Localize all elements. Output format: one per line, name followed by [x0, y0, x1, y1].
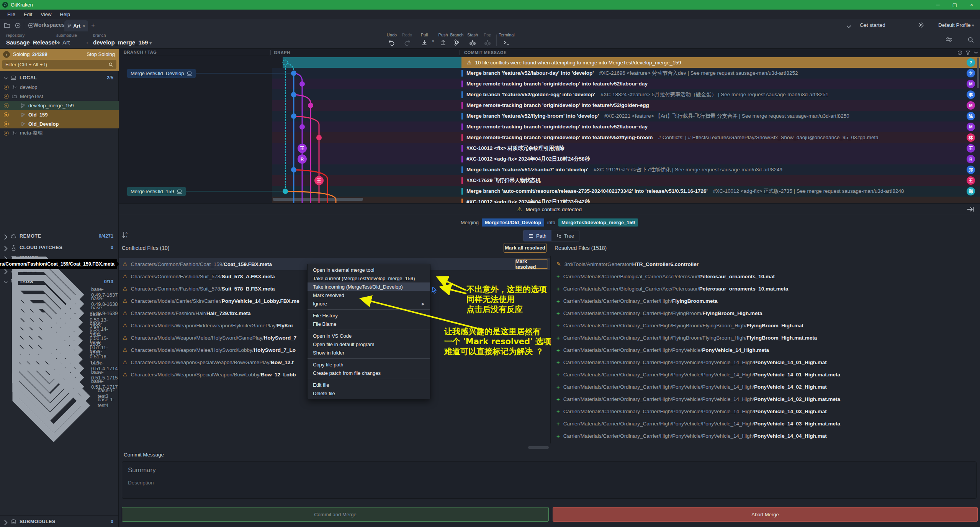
- resolved-file-row[interactable]: +Carrier/Materials/Carrier/Ordinary_Carr…: [553, 405, 978, 417]
- menu-item-open-in-vs-code[interactable]: Open in VS Code: [308, 332, 430, 340]
- commit-author-avatar[interactable]: M: [967, 123, 975, 131]
- abort-merge-button[interactable]: Abort Merge: [553, 507, 978, 522]
- sidebar-branch-develop[interactable]: develop: [0, 82, 119, 92]
- submodule-name[interactable]: Art: [62, 39, 70, 46]
- filter-funnel-icon[interactable]: [965, 50, 970, 55]
- new-tab-button[interactable]: +: [91, 21, 95, 29]
- resolved-file-row[interactable]: +Carrier/Materials/Carrier/Ordinary_Carr…: [553, 393, 978, 405]
- tab-close-icon[interactable]: ×: [82, 23, 85, 29]
- search-icon[interactable]: [967, 36, 974, 43]
- menu-item-show-in-folder[interactable]: Show in folder: [308, 348, 430, 357]
- sidebar-tag-base-1-test4[interactable]: base-1-test4: [0, 398, 119, 407]
- menu-item-take-current-mergetest-develop-merge-159-[interactable]: Take current (MergeTest/develop_merge_15…: [308, 274, 430, 282]
- menu-item-file-blame[interactable]: File Blame: [308, 320, 430, 328]
- menu-item-create-patch-from-file-changes[interactable]: Create patch from file changes: [308, 369, 430, 377]
- commit-author-avatar[interactable]: ?: [967, 58, 975, 67]
- description-input[interactable]: Description: [128, 480, 154, 486]
- resolved-file-row[interactable]: +Carrier/Materials/Carrier/Ordinary_Carr…: [553, 319, 978, 332]
- resolved-file-row[interactable]: +Carrier/Materials/Carrier/Ordinary_Carr…: [553, 381, 978, 393]
- commit-author-avatar[interactable]: R: [967, 155, 975, 163]
- resolved-file-row[interactable]: +Carrier/Materials/Carrier/Ordinary_Carr…: [553, 295, 978, 307]
- sidebar-section-local[interactable]: LOCAL 2/5: [0, 73, 119, 83]
- menu-help[interactable]: Help: [56, 11, 74, 18]
- submodule-close-icon[interactable]: ×: [56, 39, 59, 46]
- summary-input[interactable]: Summary: [128, 466, 156, 474]
- commit-author-avatar[interactable]: 李: [967, 90, 975, 99]
- close-button[interactable]: ×: [963, 0, 980, 10]
- panel-resize-handle[interactable]: [528, 446, 549, 449]
- commit-author-avatar[interactable]: 林: [967, 133, 975, 142]
- focus-view-icon[interactable]: [15, 22, 21, 29]
- resolved-file-row[interactable]: +Carrier/Materials/Carrier/Biological_Ca…: [553, 282, 978, 295]
- resolved-file-row[interactable]: ✎3rd/Tools/AnimatorGenerator/HTR_Control…: [553, 258, 978, 270]
- sidebar-branch-meta-整理[interactable]: meta-整理: [0, 128, 119, 138]
- menu-item-copy-file-path[interactable]: Copy file path: [308, 360, 430, 369]
- menu-file[interactable]: File: [4, 11, 19, 18]
- commit-author-avatar[interactable]: 王: [967, 144, 975, 153]
- stash-button[interactable]: Stash: [464, 33, 481, 46]
- resolved-file-row[interactable]: +Carrier/Materials/Carrier/Ordinary_Carr…: [553, 307, 978, 319]
- graph-badge[interactable]: 王: [314, 176, 324, 185]
- gear-icon[interactable]: [973, 50, 978, 55]
- menu-item-file-history[interactable]: File History: [308, 311, 430, 320]
- maximize-button[interactable]: ▢: [946, 0, 963, 10]
- graph-options-icon[interactable]: [945, 36, 953, 43]
- branch-selector[interactable]: develop_merge_159 ▾: [93, 39, 152, 46]
- menu-item-open-in-external-merge-tool[interactable]: Open in external merge tool: [308, 266, 430, 274]
- graph-badge[interactable]: 王: [298, 144, 307, 153]
- profile-selector[interactable]: Default Profile: [938, 22, 971, 28]
- pull-options-caret[interactable]: ▾: [432, 39, 434, 44]
- resolved-file-row[interactable]: +Carrier/Materials/Carrier/Ordinary_Carr…: [553, 356, 978, 368]
- path-view-button[interactable]: Path: [524, 230, 551, 241]
- commit-author-avatar[interactable]: 王: [967, 176, 975, 185]
- tree-view-button[interactable]: Tree: [551, 230, 579, 241]
- branch-button[interactable]: Branch: [448, 33, 465, 46]
- sidebar-branch-Old_Develop[interactable]: Old_Develop: [0, 119, 119, 128]
- chevron-down-icon[interactable]: [846, 23, 851, 28]
- undo-button[interactable]: Undo: [383, 33, 400, 46]
- stop-soloing-button[interactable]: Stop Soloing: [87, 51, 115, 57]
- resolved-file-row[interactable]: +Carrier/Materials/Carrier/Ordinary_Carr…: [553, 344, 978, 356]
- menu-item-take-incoming-mergetest-old-develop-[interactable]: Take incoming (MergeTest/Old_Develop): [308, 282, 430, 291]
- sidebar-section-submodules[interactable]: SUBMODULES 0: [0, 515, 119, 527]
- commit-and-merge-button[interactable]: Commit and Merge: [122, 507, 549, 522]
- terminal-button[interactable]: Terminal: [498, 33, 515, 46]
- branch-label-old-develop[interactable]: MergeTest/Old_Develop: [127, 69, 196, 78]
- menu-item-ignore[interactable]: Ignore▶: [308, 299, 430, 308]
- workspaces-button[interactable]: Workspaces: [33, 22, 65, 28]
- minimize-button[interactable]: ─: [929, 0, 946, 10]
- resolved-file-row[interactable]: +Carrier/Materials/Carrier/Ordinary_Carr…: [553, 332, 978, 344]
- get-started-link[interactable]: Get started: [860, 22, 885, 28]
- open-repo-icon[interactable]: [4, 22, 10, 29]
- menu-item-open-file-in-default-program[interactable]: Open file in default program: [308, 340, 430, 348]
- resolved-file-row[interactable]: +Carrier/Materials/Carrier/Ordinary_Carr…: [553, 368, 978, 381]
- jump-to-commit-icon[interactable]: [967, 206, 974, 212]
- commit-author-avatar[interactable]: M: [967, 101, 975, 110]
- branch-label-old-159[interactable]: MergeTest/Old_159: [127, 187, 186, 196]
- menu-edit[interactable]: Edit: [20, 11, 36, 18]
- branch-filter-input[interactable]: Filter (Ctrl + Alt + f): [2, 60, 116, 69]
- pull-button[interactable]: Pull▾: [416, 33, 433, 46]
- menu-item-mark-resolved[interactable]: Mark resolved: [308, 291, 430, 299]
- commit-author-avatar[interactable]: 李: [967, 69, 975, 77]
- sidebar-branch-develop_merge_159[interactable]: develop_merge_159: [0, 101, 119, 110]
- commit-author-avatar[interactable]: M: [967, 80, 975, 88]
- commit-list-scrollbar[interactable]: [977, 57, 979, 88]
- graph-badge[interactable]: R: [298, 154, 307, 164]
- menu-item-delete-file[interactable]: Delete file: [308, 389, 430, 397]
- back-icon[interactable]: ‹: [3, 51, 10, 58]
- commit-author-avatar[interactable]: 郑: [967, 166, 975, 174]
- tab-art[interactable]: Art ×: [64, 20, 88, 31]
- menu-view[interactable]: View: [37, 11, 55, 18]
- commit-message-box[interactable]: Summary Description: [122, 461, 977, 499]
- sidebar-section-remote[interactable]: REMOTE0/4271: [0, 231, 119, 241]
- settings-gear-icon[interactable]: [918, 22, 924, 28]
- mark-all-resolved-button[interactable]: Mark all resolved: [504, 243, 546, 253]
- resolved-file-row[interactable]: +Carrier/Materials/Carrier/Biological_Ca…: [553, 270, 978, 282]
- resolved-file-row[interactable]: +Carrier/Materials/Carrier/Ordinary_Carr…: [553, 417, 978, 430]
- laser-pointer-icon[interactable]: [957, 50, 962, 55]
- mark-resolved-button[interactable]: Mark resolved: [515, 259, 548, 269]
- resolved-file-row[interactable]: +Carrier/Materials/Carrier/Ordinary_Carr…: [553, 430, 978, 442]
- menu-item-edit-file[interactable]: Edit file: [308, 381, 430, 389]
- sidebar-branch-Old_159[interactable]: Old_159: [0, 110, 119, 119]
